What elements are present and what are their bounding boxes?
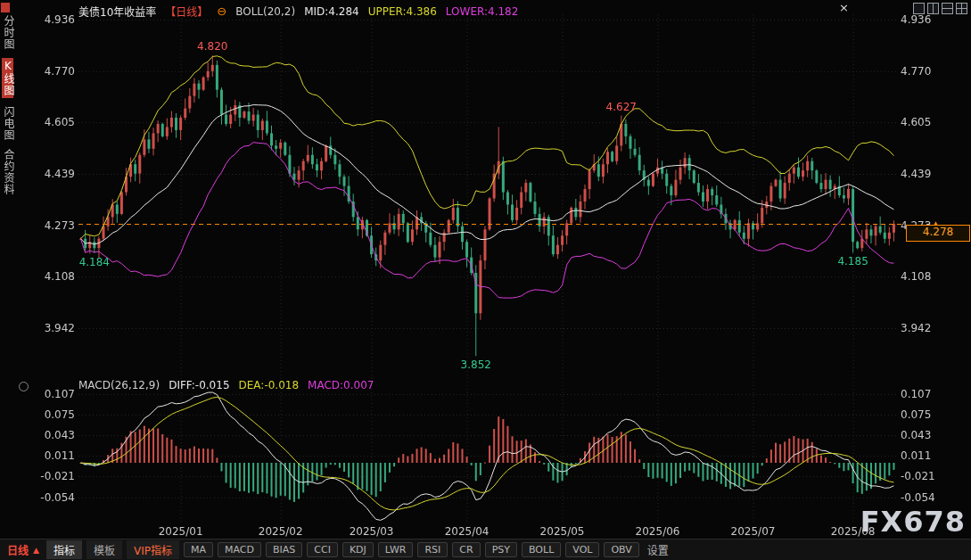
price-annotation: 4.820 <box>185 41 239 53</box>
indicator-button-psy[interactable]: PSY <box>485 542 517 557</box>
tab-0[interactable]: 指标 <box>46 540 82 559</box>
macd-axis-label-left: 0.043 <box>21 429 75 441</box>
boll-lower-value: LOWER:4.182 <box>446 5 519 18</box>
trading-app-window: 分时图K线图闪电图合约资料 美债10年收益率 【日线】 ⊖ BOLL(20,2)… <box>0 0 971 560</box>
x-axis-month-label: 2025/04 <box>439 525 496 538</box>
indicator-button-obv[interactable]: OBV <box>604 542 638 557</box>
circle-button-icon[interactable] <box>19 382 29 391</box>
macd-axis-label-right: 0.011 <box>901 449 931 462</box>
close-icon[interactable]: × <box>839 1 849 14</box>
period-selector[interactable]: 日线 <box>7 542 29 557</box>
settings-button[interactable]: 设置 <box>647 542 669 557</box>
macd-header: MACD(26,12,9) DIFF:-0.015 DEA:-0.018 MAC… <box>78 379 374 391</box>
macd-dea-value: DEA:-0.018 <box>239 379 300 391</box>
price-annotation: 4.627 <box>595 102 648 113</box>
x-axis-month-label: 2025/07 <box>725 525 782 538</box>
layout-grid-icon[interactable] <box>956 3 967 14</box>
indicator-button-lwr[interactable]: LWR <box>378 542 414 557</box>
x-axis-month-label: 2025/06 <box>630 525 687 538</box>
period-arrow-icon[interactable]: ▲ <box>33 546 39 555</box>
x-axis-month-label: 2025/03 <box>343 525 400 538</box>
macd-axis-label-left: -0.054 <box>21 491 75 504</box>
labels-overlay: 4.9364.9364.7704.7704.6054.6054.4394.439… <box>0 0 971 560</box>
macd-axis-label-left: 0.011 <box>21 449 75 462</box>
indicator-button-cci[interactable]: CCI <box>307 542 338 557</box>
indicator-button-cr[interactable]: CR <box>452 542 480 557</box>
main-axis-label-right: 4.936 <box>901 13 931 26</box>
sidebar-item-1[interactable]: K线图 <box>2 58 13 98</box>
x-axis-month-label: 2025/02 <box>252 525 309 538</box>
indicator-button-rsi[interactable]: RSI <box>417 542 448 557</box>
macd-axis-label-right: 0.107 <box>901 388 931 400</box>
tab-2[interactable]: VIP指标 <box>127 540 179 559</box>
sidebar-item-2[interactable]: 闪电图 <box>2 106 13 141</box>
macd-axis-label-right: -0.021 <box>901 470 935 482</box>
main-axis-label-left: 4.439 <box>21 168 75 180</box>
indicator-button-vol[interactable]: VOL <box>565 542 599 557</box>
macd-axis-label-right: 0.043 <box>901 429 931 441</box>
boll-label: BOLL(20,2) <box>235 5 295 18</box>
main-axis-label-left: 4.108 <box>21 270 75 283</box>
tab-1[interactable]: 模板 <box>86 540 122 559</box>
macd-axis-label-right: -0.054 <box>901 491 935 504</box>
main-chart-header: 美债10年收益率 【日线】 ⊖ BOLL(20,2) MID:4.284 UPP… <box>78 4 518 19</box>
layout-single-icon[interactable] <box>913 3 925 14</box>
macd-axis-label-right: 0.075 <box>901 408 931 421</box>
indicator-button-boll[interactable]: BOLL <box>522 542 561 557</box>
collapse-circle-icon[interactable]: ⊖ <box>217 6 226 17</box>
layout-icons-group <box>913 3 967 14</box>
macd-label: MACD(26,12,9) <box>78 379 160 391</box>
indicator-button-macd[interactable]: MACD <box>218 542 261 557</box>
main-axis-label-left: 4.770 <box>21 65 75 78</box>
main-axis-label-right: 4.770 <box>901 65 931 78</box>
macd-diff-value: DIFF:-0.015 <box>169 379 229 391</box>
main-axis-label-left: 4.936 <box>21 13 75 26</box>
main-axis-label-right: 4.108 <box>901 270 931 283</box>
price-annotation: 3.852 <box>449 359 503 371</box>
x-axis-month-label: 2025/05 <box>534 525 591 538</box>
macd-axis-label-left: 0.107 <box>21 388 75 400</box>
main-axis-label-left: 4.273 <box>21 219 75 232</box>
bottom-toolbar: 日线▲指标模板VIP指标MAMACDBIASCCIKDJLWRRSICRPSYB… <box>0 539 971 560</box>
main-axis-label-right: 3.942 <box>901 322 931 334</box>
boll-upper-value: UPPER:4.386 <box>368 5 437 18</box>
left-sidebar: 分时图K线图闪电图合约资料 <box>0 15 15 195</box>
indicator-button-ma[interactable]: MA <box>184 542 213 557</box>
main-axis-label-right: 4.605 <box>901 116 931 128</box>
main-axis-label-left: 3.942 <box>21 322 75 334</box>
macd-macd-value: MACD:0.007 <box>308 379 374 391</box>
layout-split-horizontal-icon[interactable] <box>942 3 953 14</box>
macd-axis-label-left: -0.021 <box>21 470 75 482</box>
current-price-tag: 4.278 <box>906 225 970 242</box>
sidebar-item-3[interactable]: 合约资料 <box>2 149 13 195</box>
price-annotation: 4.185 <box>827 256 880 268</box>
period-tag: 【日线】 <box>165 4 208 19</box>
indicator-button-bias[interactable]: BIAS <box>266 542 302 557</box>
price-annotation: 4.184 <box>68 257 121 268</box>
boll-mid-value: MID:4.284 <box>304 5 359 18</box>
indicator-button-kdj[interactable]: KDJ <box>342 542 374 557</box>
x-axis-month-label: 2025/01 <box>152 525 210 538</box>
brand-watermark: FX678 <box>860 505 966 539</box>
main-axis-label-left: 4.605 <box>21 116 75 128</box>
macd-axis-label-left: 0.075 <box>21 408 75 421</box>
main-axis-label-right: 4.439 <box>901 168 931 180</box>
layout-split-vertical-icon[interactable] <box>927 3 939 14</box>
instrument-title: 美债10年收益率 <box>78 4 156 19</box>
sidebar-item-0[interactable]: 分时图 <box>2 15 13 50</box>
corner-marker <box>1 3 10 12</box>
